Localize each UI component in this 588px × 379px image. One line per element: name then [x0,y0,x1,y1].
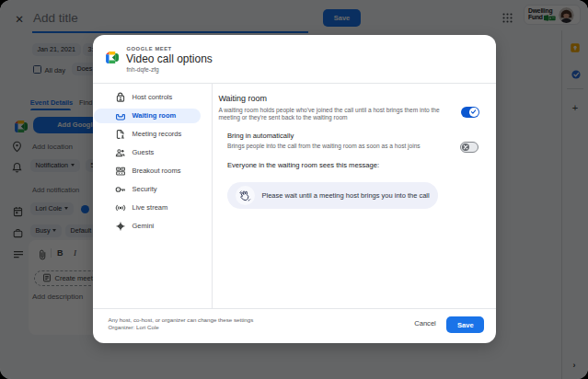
toggle-knob [469,108,478,117]
nav-item-label: Gemini [133,222,155,230]
footer-divider [93,308,496,309]
nav-item-label: Breakout rooms [133,167,181,175]
check-icon [470,109,477,115]
live-stream-icon [115,202,126,213]
nav-item-guests[interactable]: Guests [94,145,201,160]
settings-nav: Host controls Waiting room Meeting recor… [94,90,201,237]
google-meet-icon [105,51,119,68]
gemini-icon [115,221,126,232]
browser-window: ✕ Add title Save Dwelling Fund [0,0,588,379]
header-divider [93,83,496,84]
nav-divider [212,83,213,307]
bring-in-description: Brings people into the call from the wai… [227,143,421,149]
waiting-room-toggle[interactable] [461,107,479,118]
bring-in-toggle[interactable] [460,142,478,153]
nav-item-label: Meeting records [133,130,182,138]
google-meet-icon [105,52,119,67]
nav-item-label: Security [133,185,157,193]
nav-item-label: Live stream [133,203,168,212]
footer-organizer: Organizer: Lori Cole [108,324,158,330]
dialog-kicker: GOOGLE MEET [127,46,172,52]
waiting-message-pill: Please wait until a meeting host brings … [227,182,438,209]
nav-item-host-controls[interactable]: Host controls [94,90,201,105]
waving-hand-glyph [238,190,251,202]
nav-item-meeting-records[interactable]: Meeting records [94,127,201,142]
breakout-rooms-icon [115,166,126,177]
waving-hand-icon [236,186,255,205]
meeting-records-icon [115,129,126,140]
nav-item-gemini[interactable]: Gemini [94,219,201,234]
nav-item-label: Waiting room [133,111,177,120]
nav-item-waiting-room[interactable]: Waiting room [94,109,201,123]
nav-item-security[interactable]: Security [94,182,201,197]
save-button[interactable]: Save [446,316,484,333]
toggle-knob [462,144,469,151]
section-description: A waiting room holds people who've joine… [218,107,442,122]
footer-note: Any host, co-host, or organizer can chan… [108,316,253,323]
nav-item-label: Host controls [133,93,173,101]
cancel-button[interactable]: Cancel [410,316,440,331]
guests-icon [115,147,126,158]
nav-item-label: Guests [133,148,155,156]
bring-in-title: Bring in automatically [227,132,294,140]
host-controls-icon [115,92,126,103]
waiting-message-text: Please wait until a meeting host brings … [262,191,430,200]
meeting-code: fnh-dqfe-zfg [127,66,159,73]
waiting-room-icon [115,110,126,121]
dialog-title: Video call options [126,52,213,65]
nav-item-live-stream[interactable]: Live stream [94,201,201,215]
section-heading: Waiting room [218,94,267,103]
message-heading: Everyone in the waiting room sees this m… [227,161,379,169]
x-icon [463,144,468,150]
nav-item-breakout-rooms[interactable]: Breakout rooms [94,164,201,178]
video-call-options-dialog: GOOGLE MEET Video call options fnh-dqfe-… [93,35,496,343]
security-icon [115,184,126,195]
